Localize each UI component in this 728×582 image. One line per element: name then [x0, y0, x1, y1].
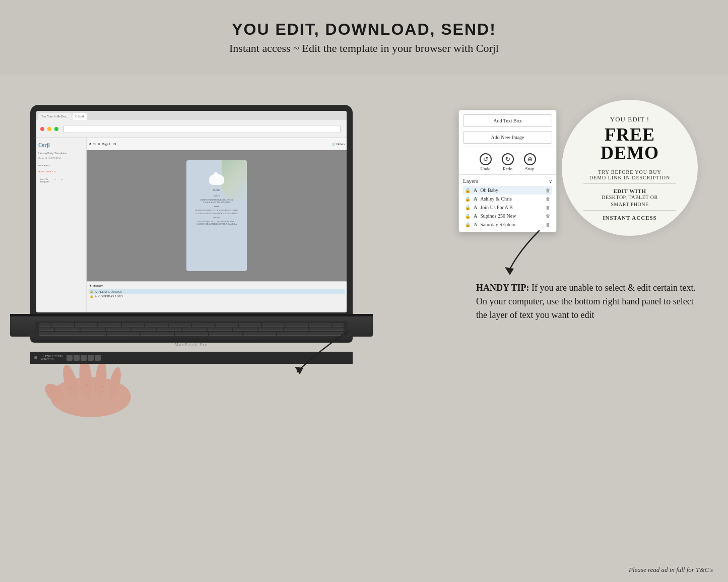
- type-icon-2: A: [474, 196, 477, 202]
- menu-dessert: dessert: [195, 216, 239, 219]
- svg-marker-7: [505, 267, 514, 275]
- menu-card: menu entree CRISPY FRIED DUCK ROLL, SWEE…: [186, 160, 247, 271]
- taskbar: ⊞ ↑↓ ENG 7:25 PM6/16/2019: [30, 352, 353, 364]
- address-bar[interactable]: [63, 125, 341, 133]
- lock-icon-5: 🔒: [465, 222, 471, 227]
- layers-header: Layers ∨: [463, 178, 552, 184]
- trash-icon-3: 🗑: [546, 205, 550, 210]
- trash-icon-1: 🗑: [546, 188, 550, 193]
- panel-icons-row: ↺ Undo ↻ Redo ⊕ Snap: [459, 150, 556, 174]
- add-new-image-button[interactable]: Add New Image: [463, 131, 552, 144]
- demo-instant-text: INSTANT ACCESS: [603, 215, 656, 221]
- layers-section: Layers ∨ 🔒 A Oh Baby 🗑 🔒 A Ashley & Chri…: [459, 175, 556, 232]
- layer-row-1[interactable]: 🔒APLEASEJOINOUS: [89, 289, 345, 294]
- lock-icon-4: 🔒: [465, 214, 471, 219]
- demo-devices-text: DESKTOP, TABLET ORSMART PHONE: [602, 194, 657, 208]
- corjl-toolbar: ↺ ↻ ⊕ Page 1 1/1 🛒 Orders: [87, 138, 347, 150]
- layers-chevron-icon: ∨: [549, 178, 552, 184]
- banner-subtitle: Instant access ~ Edit the template in yo…: [229, 42, 499, 55]
- browser-tabs: Test Your Jr Me Bea... C | Inif: [36, 111, 347, 120]
- demo-link-text: DEMO LINK IN DESCRIPTION: [589, 175, 670, 180]
- layer-name-5: Saturday SEptem: [480, 222, 543, 227]
- maximize-dot: [54, 127, 58, 131]
- corjl-logo: Corjl: [38, 142, 84, 148]
- browser-tab-1[interactable]: Test Your Jr Me Bea...: [38, 113, 72, 120]
- undo-label: Undo: [481, 166, 491, 171]
- corjl-brand: HoorayParty Templates: [38, 152, 84, 155]
- laptop-brand-label: MacBook Pro: [175, 343, 209, 347]
- layer-row-oh-baby[interactable]: 🔒 A Oh Baby 🗑: [463, 186, 552, 195]
- type-icon-1: A: [474, 187, 477, 193]
- keyboard: [35, 321, 348, 337]
- main-area: Test Your Jr Me Bea... C | Inif Corjl Ho…: [0, 75, 728, 582]
- lock-icon-2: 🔒: [465, 197, 471, 202]
- snap-label: Snap: [525, 166, 535, 171]
- layers-title: Layers: [463, 178, 478, 184]
- hand-graphic: [40, 357, 141, 417]
- type-icon-4: A: [474, 213, 477, 219]
- demo-divider-1: [583, 167, 676, 167]
- handy-tip-text: HANDY TIP: If you are unable to select &…: [476, 281, 703, 322]
- lock-icon-3: 🔒: [465, 205, 471, 210]
- corjl-order: Order Id: 1509758194: [38, 157, 84, 159]
- corjl-layers-panel: ▼ Ashley 🔒APLEASEJOINOUS 🔒AGOURIDAS AGUS: [87, 281, 347, 312]
- layer-row-ashley[interactable]: 🔒 A Ashley & Chris 🗑: [463, 195, 552, 203]
- layer-row-saturday[interactable]: 🔒 A Saturday SEptem 🗑: [463, 220, 552, 229]
- handy-tip-bold: HANDY TIP:: [476, 283, 532, 293]
- corjl-sidebar: Corjl HoorayParty Templates Order Id: 15…: [36, 138, 87, 312]
- redo-icon: ↻: [502, 153, 514, 165]
- corjl-nav: field front 1 ● INCOMPLETE Save ToTempla…: [38, 163, 84, 185]
- layer-name-3: Join Us For A B: [480, 205, 543, 210]
- layer-name-2: Ashley & Chris: [480, 196, 543, 202]
- redo-control[interactable]: ↻ Redo: [502, 153, 514, 171]
- demo-circle: YOU EDIT ! FREE DEMO TRY BEFORE YOU BUY …: [562, 100, 698, 236]
- demo-divider-3: [583, 210, 676, 211]
- lock-icon-1: 🔒: [465, 188, 471, 193]
- menu-main: main: [195, 205, 239, 208]
- panel-divider-1: [459, 147, 556, 147]
- demo-demo-text: DEMO: [601, 144, 659, 162]
- snap-icon: ⊕: [524, 153, 536, 165]
- add-text-box-button[interactable]: Add Text Box: [463, 114, 552, 127]
- corjl-canvas: menu entree CRISPY FRIED DUCK ROLL, SWEE…: [87, 150, 347, 281]
- snap-control[interactable]: ⊕ Snap: [524, 153, 536, 171]
- layer-name-4: Supinos 250 New: [480, 213, 543, 219]
- trash-icon-4: 🗑: [546, 214, 550, 219]
- close-dot: [40, 127, 44, 131]
- disclaimer-text: Please read ad in full for T&C's: [629, 566, 713, 574]
- layer-row-2[interactable]: 🔒AGOURIDAS AGUS: [89, 294, 345, 298]
- trash-icon-2: 🗑: [546, 197, 550, 202]
- laptop-screen-outer: Test Your Jr Me Bea... C | Inif Corjl Ho…: [30, 105, 353, 316]
- banner-title: YOU EDIT, DOWNLOAD, SEND!: [232, 20, 496, 39]
- trash-icon-5: 🗑: [546, 222, 550, 227]
- browser-tab-active[interactable]: C | Inif: [73, 113, 87, 120]
- laptop-screen-inner: Test Your Jr Me Bea... C | Inif Corjl Ho…: [36, 111, 347, 312]
- demo-you-edit-text: YOU EDIT !: [610, 115, 649, 123]
- demo-try-text: TRY BEFORE YOU BUY: [598, 169, 661, 175]
- redo-label: Redo: [503, 166, 512, 171]
- undo-control[interactable]: ↺ Undo: [480, 153, 492, 171]
- browser-chrome: [36, 120, 347, 138]
- demo-edit-with-text: EDIT WITH: [614, 188, 646, 194]
- demo-divider-2: [583, 183, 676, 184]
- demo-free-text: FREE: [605, 125, 655, 144]
- type-icon-3: A: [474, 205, 477, 210]
- layers-header-small: ▼ Ashley: [89, 284, 345, 288]
- corjl-interface: Corjl HoorayParty Templates Order Id: 15…: [36, 138, 347, 312]
- corjl-main: ↺ ↻ ⊕ Page 1 1/1 🛒 Orders: [87, 138, 347, 312]
- type-icon-5: A: [474, 222, 477, 227]
- layer-name-1: Oh Baby: [480, 187, 543, 193]
- layer-row-join[interactable]: 🔒 A Join Us For A B 🗑: [463, 203, 552, 212]
- minimize-dot: [47, 127, 51, 131]
- undo-icon: ↺: [480, 153, 492, 165]
- swan-graphic: [208, 172, 226, 186]
- layer-row-supinos[interactable]: 🔒 A Supinos 250 New 🗑: [463, 212, 552, 220]
- laptop-mockup: Test Your Jr Me Bea... C | Inif Corjl Ho…: [10, 105, 373, 468]
- menu-floral: [222, 160, 247, 201]
- corjl-floating-panel: Add Text Box Add New Image ↺ Undo ↻ Redo…: [458, 110, 557, 232]
- menu-title: menu: [213, 188, 220, 192]
- top-banner: YOU EDIT, DOWNLOAD, SEND! Instant access…: [0, 0, 728, 75]
